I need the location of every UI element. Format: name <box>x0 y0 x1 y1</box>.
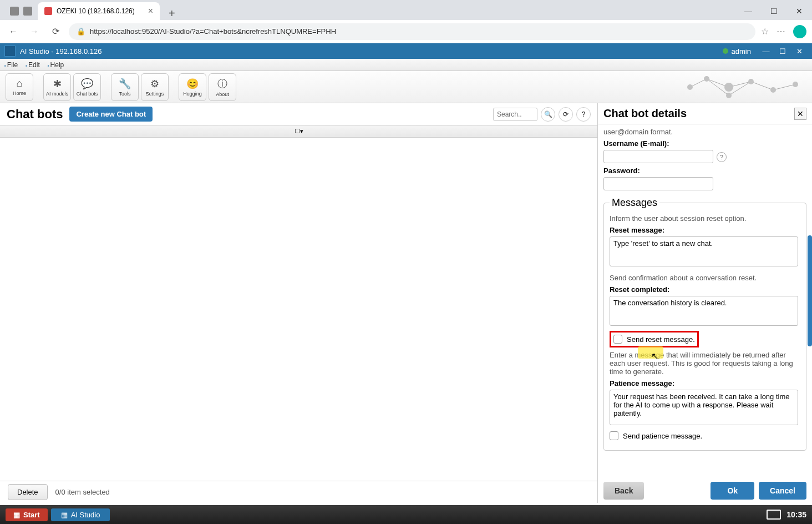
messages-legend: Messages <box>610 197 659 209</box>
completed-label: Reset completed: <box>610 285 800 294</box>
tool-home[interactable]: ⌂Home <box>6 73 33 101</box>
main-area: Chat bots Create new Chat bot 🔍 ⟳ ? ☐▾ D… <box>0 103 812 503</box>
tool-hugging[interactable]: 😊Hugging <box>179 73 206 101</box>
password-input[interactable] <box>603 177 713 190</box>
tab-title: OZEKI 10 (192.168.0.126) <box>57 7 135 15</box>
cursor-icon: ↖ <box>651 351 658 361</box>
reset-label: Reset message: <box>610 226 800 234</box>
star-icon[interactable]: ☆ <box>761 26 769 37</box>
tab-close-icon[interactable]: × <box>148 6 153 16</box>
app-close-button[interactable]: ✕ <box>791 44 808 58</box>
app-title: AI Studio - 192.168.0.126 <box>20 47 723 56</box>
app-titlebar: AI Studio - 192.168.0.126 admin — ☐ ✕ <box>0 43 812 59</box>
confirm-info: Send confirmation about a conversation r… <box>610 274 800 282</box>
svg-point-5 <box>770 87 776 93</box>
sys-icon <box>23 7 32 16</box>
tool-tools[interactable]: 🔧Tools <box>111 73 139 101</box>
app-maximize-button[interactable]: ☐ <box>774 44 791 58</box>
gear-icon: ⚙ <box>150 78 159 90</box>
scrollbar[interactable] <box>808 235 812 346</box>
close-icon: ✕ <box>797 109 804 118</box>
reload-icon[interactable]: ⟳ <box>48 24 63 39</box>
tool-ai-models[interactable]: ✱AI models <box>43 73 71 101</box>
refresh-button[interactable]: ⟳ <box>559 107 573 122</box>
left-footer: Delete 0/0 item selected <box>0 481 597 503</box>
back-icon[interactable]: ← <box>6 24 21 39</box>
create-chatbot-button[interactable]: Create new Chat bot <box>69 107 153 122</box>
annotation-highlight: Send reset message. <box>610 331 699 347</box>
format-hint: user@domain format. <box>603 128 806 136</box>
keyboard-icon[interactable] <box>767 510 781 520</box>
search-icon: 🔍 <box>544 110 552 118</box>
username-label: Username (E-mail): <box>603 139 806 148</box>
search-button[interactable]: 🔍 <box>541 107 555 122</box>
send-reset-label: Send reset message. <box>627 335 695 344</box>
app-minimize-button[interactable]: — <box>758 44 774 58</box>
reset-message-input[interactable] <box>610 236 798 266</box>
minimize-button[interactable]: — <box>735 2 761 20</box>
close-panel-button[interactable]: ✕ <box>794 108 806 120</box>
menu-icon[interactable]: ⋯ <box>777 26 785 37</box>
browser-url-bar: ← → ⟳ 🔒 https://localhost:9520/AI-Studio… <box>0 20 812 43</box>
url-text: https://localhost:9520/AI-Studio/?a=Chat… <box>90 27 336 36</box>
start-button[interactable]: ▦ Start <box>6 508 48 521</box>
details-title: Chat bot details <box>603 107 687 120</box>
menu-help[interactable]: Help <box>48 61 64 69</box>
maximize-button[interactable]: ☐ <box>761 2 786 20</box>
send-patience-label: Send patience message. <box>623 432 702 440</box>
patience-message-input[interactable] <box>610 390 798 425</box>
cancel-button[interactable]: Cancel <box>759 482 806 500</box>
network-decoration-icon <box>679 73 806 101</box>
tool-about[interactable]: ⓘAbout <box>209 73 236 101</box>
help-button[interactable]: ? <box>576 107 591 122</box>
user-indicator[interactable]: admin <box>723 47 751 56</box>
hugging-icon: 😊 <box>186 78 199 90</box>
back-button[interactable]: Back <box>603 482 644 500</box>
address-bar[interactable]: 🔒 https://localhost:9520/AI-Studio/?a=Ch… <box>69 23 755 40</box>
tool-settings[interactable]: ⚙Settings <box>141 73 169 101</box>
chatbot-list <box>0 138 597 481</box>
username: admin <box>732 47 751 56</box>
status-dot-icon <box>723 48 728 54</box>
home-icon: ⌂ <box>17 78 23 89</box>
tab-favicon <box>44 7 52 15</box>
toolbar: ⌂Home ✱AI models 💬Chat bots 🔧Tools ⚙Sett… <box>0 71 812 103</box>
list-column-header[interactable]: ☐▾ <box>0 125 597 138</box>
details-header: Chat bot details ✕ <box>598 103 812 124</box>
svg-point-4 <box>748 79 754 84</box>
sys-icon <box>10 7 19 16</box>
profile-icon[interactable] <box>793 25 806 38</box>
patience-label: Patience message: <box>610 379 800 387</box>
page-title: Chat bots <box>7 107 63 122</box>
app-logo-icon <box>4 46 16 57</box>
svg-point-3 <box>726 93 732 98</box>
forward-icon[interactable]: → <box>27 24 42 39</box>
send-reset-checkbox[interactable] <box>613 335 622 344</box>
menu-file[interactable]: File <box>4 61 18 69</box>
question-icon: ? <box>582 110 586 118</box>
delete-button[interactable]: Delete <box>8 484 48 500</box>
svg-point-6 <box>793 82 798 87</box>
close-button[interactable]: ✕ <box>786 2 812 20</box>
brain-icon: ✱ <box>53 78 62 90</box>
password-label: Password: <box>603 167 806 175</box>
browser-tab[interactable]: OZEKI 10 (192.168.0.126) × <box>38 2 160 20</box>
browser-tab-strip: OZEKI 10 (192.168.0.126) × + — ☐ ✕ <box>0 0 812 20</box>
username-input[interactable] <box>603 150 713 163</box>
app-task-icon: ▦ <box>61 511 68 519</box>
details-panel: Chat bot details ✕ user@domain format. U… <box>598 103 812 503</box>
reset-completed-input[interactable] <box>610 296 798 326</box>
ok-button[interactable]: Ok <box>710 482 754 500</box>
left-panel: Chat bots Create new Chat bot 🔍 ⟳ ? ☐▾ D… <box>0 103 598 503</box>
svg-point-0 <box>687 84 693 90</box>
tool-chat-bots[interactable]: 💬Chat bots <box>73 73 101 101</box>
send-patience-checkbox[interactable] <box>610 431 618 440</box>
search-input[interactable] <box>493 108 537 121</box>
taskbar: ▦ Start ▦ AI Studio 10:35 <box>0 505 812 524</box>
menu-edit[interactable]: Edit <box>26 61 40 69</box>
new-tab-button[interactable]: + <box>160 7 184 20</box>
svg-point-2 <box>724 83 733 92</box>
field-help-icon[interactable]: ? <box>717 152 727 162</box>
svg-point-1 <box>704 76 709 82</box>
taskbar-app[interactable]: ▦ AI Studio <box>51 508 110 521</box>
